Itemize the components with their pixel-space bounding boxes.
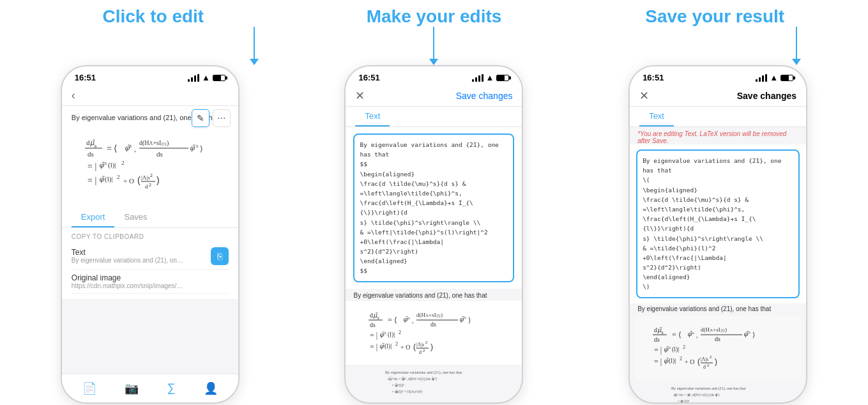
svg-text:d(HΛ+sI{l}): d(HΛ+sI{l}) [701, 326, 727, 333]
svg-text:2: 2 [423, 349, 425, 353]
phone3-column: 16:51 ▲ ✕ Save changes [628, 30, 807, 404]
svg-text:s: s [105, 160, 107, 166]
phone2-time: 16:51 [358, 73, 379, 82]
close-button2[interactable]: ✕ [355, 89, 365, 103]
tab-saves[interactable]: Saves [114, 208, 156, 227]
svg-text:): ) [430, 342, 433, 351]
svg-text:|Λ|s: |Λ|s [416, 342, 424, 348]
image-export-row[interactable]: Original image https://cdn.mathpix.com/s… [72, 270, 229, 294]
phone1-scroll[interactable]: By eigenvalue variations and (21), one h… [62, 106, 238, 386]
text-editor-box2[interactable]: By eigenvalue variations and {21}, one h… [353, 134, 514, 282]
svg-text:By eigenvalue variations and (: By eigenvalue variations and (21), one h… [385, 369, 462, 374]
close-button3[interactable]: ✕ [639, 89, 649, 103]
svg-text:s: s [669, 345, 671, 350]
svg-text:ds: ds [715, 335, 720, 342]
svg-text:(: ( [697, 357, 700, 366]
phone3-editor-area: By eigenvalue variations and {21}, one h… [630, 144, 806, 303]
svg-text:2: 2 [149, 183, 151, 187]
phones-container: 16:51 ▲ ‹ [13, 30, 855, 404]
save-button3[interactable]: Save changes [737, 91, 796, 101]
svg-text:= ⟨: = ⟨ [672, 330, 681, 339]
formula-block1: dμ̃s ds = ⟨ φ̃ s , d(HΛ+sI{l}) ds φ̃ s [72, 127, 229, 201]
back-button[interactable]: ‹ [72, 89, 75, 102]
formula-nav-icon[interactable]: ∑ [161, 379, 182, 397]
svg-text:): ) [156, 175, 160, 185]
wifi-icon: ▲ [202, 73, 210, 82]
formula-block3: dμ̃s ds = ⟨ φ̃ s , d(HΛ+sI{l}) ds φ̃ s ⟩… [635, 316, 801, 379]
svg-text:dμ̃s: dμ̃s [86, 139, 97, 149]
battery-icon2 [496, 75, 509, 81]
svg-text:= |: = | [654, 357, 662, 366]
svg-text:= |: = | [88, 162, 96, 171]
person-nav-icon[interactable]: 👤 [197, 379, 224, 397]
small-formula-svg3: By eigenvalue variations and (21), one h… [669, 384, 768, 404]
svg-text:(l)|: (l)| [388, 331, 395, 339]
svg-text:By eigenvalue variations and (: By eigenvalue variations and (21), one h… [671, 386, 746, 391]
svg-text:d: d [145, 183, 148, 190]
svg-text:⟩: ⟩ [752, 331, 755, 339]
warning-text3: *You are editing Text. LaTeX version wil… [630, 127, 806, 144]
math-formula-svg2: dμ̃s ds = ⟨ φ̃ s , d(HΛ+sI{l}) ds φ̃ s ⟩… [363, 306, 504, 357]
math-formula-svg3: dμ̃s ds = ⟨ φ̃ s , d(HΛ+sI{l}) ds φ̃ s ⟩… [648, 321, 788, 372]
arrow-line-1 [254, 27, 255, 59]
svg-text:+ O: + O [123, 177, 134, 185]
svg-text:ds: ds [370, 321, 376, 328]
svg-text:ds: ds [654, 336, 660, 343]
svg-text:d(HΛ+sI{l}): d(HΛ+sI{l}) [139, 139, 169, 147]
svg-text:2: 2 [683, 344, 685, 350]
phone3: 16:51 ▲ ✕ Save changes [628, 65, 807, 404]
camera-nav-icon[interactable]: 📷 [118, 379, 145, 397]
tab-text2[interactable]: Text [355, 107, 390, 126]
text-export-row[interactable]: Text By eigenvalue variations and (21), … [72, 243, 229, 270]
svg-text:dμ̃ˢ/ds = ⟨φ̃ˢ, d(HΛ+sI{l})/ds: dμ̃ˢ/ds = ⟨φ̃ˢ, d(HΛ+sI{l})/ds φ̃ˢ⟩ [673, 393, 719, 397]
phone2-column: 16:51 ▲ ✕ Save changes [344, 30, 523, 404]
svg-text:ds: ds [430, 321, 436, 328]
preview-intro3: By eigenvalue variations and (21), one h… [630, 303, 806, 314]
doc-nav-icon[interactable]: 📄 [76, 379, 103, 397]
phone2-editor-area: By eigenvalue variations and {21}, one h… [346, 127, 522, 289]
editor-content2: By eigenvalue variations and {21}, one h… [360, 140, 508, 276]
svg-text:s: s [464, 315, 466, 320]
phone2-status-bar: 16:51 ▲ [346, 66, 522, 86]
svg-text:2: 2 [399, 330, 401, 335]
phone1-bottom-nav: 📄 📷 ∑ 👤 [62, 374, 238, 402]
image-row-sub: https://cdn.mathpix.com/snip/images/Sanv… [72, 282, 187, 289]
svg-text:|Λ|s: |Λ|s [701, 356, 708, 362]
arrow-head-1 [250, 59, 259, 65]
svg-text:2: 2 [121, 160, 125, 166]
more-icon-button[interactable]: ··· [213, 109, 231, 127]
tab-export[interactable]: Export [72, 208, 115, 227]
phone3-status-icons: ▲ [756, 73, 793, 82]
svg-text:= ⟨: = ⟨ [388, 316, 397, 325]
arrow-head-2 [429, 59, 438, 65]
svg-text:(: ( [137, 175, 141, 185]
copy-text-button[interactable]: ⎘ [211, 247, 229, 265]
phone2-status-icons: ▲ [472, 73, 510, 82]
svg-text:d: d [703, 364, 706, 370]
arrow3 [792, 27, 801, 65]
phone1-math-area: By eigenvalue variations and (21), one h… [62, 106, 238, 208]
tab-text3[interactable]: Text [639, 107, 674, 126]
edit-icon-button[interactable]: ✎ [192, 109, 209, 127]
svg-text:2: 2 [395, 341, 398, 347]
svg-text:(l)|: (l)| [385, 342, 392, 350]
phone1: 16:51 ▲ ‹ [61, 65, 240, 404]
signal-icon [188, 74, 199, 82]
small-math2: By eigenvalue variations and (21), one h… [346, 365, 522, 399]
svg-text:2: 2 [425, 340, 428, 344]
svg-text:2: 2 [117, 174, 120, 180]
phone1-nav: ‹ [62, 86, 238, 106]
svg-text:(l)|: (l)| [669, 357, 676, 365]
svg-text:(l)|: (l)| [105, 175, 113, 183]
svg-text:d(HΛ+sI{l}): d(HΛ+sI{l}) [416, 312, 443, 318]
svg-text:+ O: + O [685, 358, 694, 365]
math-formula-svg1: dμ̃s ds = ⟨ φ̃ s , d(HΛ+sI{l}) ds φ̃ s [80, 132, 220, 193]
save-button2[interactable]: Save changes [456, 91, 513, 101]
svg-text:= |: = | [654, 346, 662, 355]
phone2-nav: ✕ Save changes [346, 86, 522, 107]
arrow2 [429, 27, 438, 65]
svg-text:= |φ̃ˢ(l)|²: = |φ̃ˢ(l)|² [678, 399, 690, 404]
phone1-status-icons: ▲ [188, 73, 225, 82]
svg-text:= |φ̃(l)|² + O(|Λ|s²/d²): = |φ̃(l)|² + O(|Λ|s²/d²) [392, 390, 423, 394]
text-editor-box3[interactable]: By eigenvalue variations and {21}, one h… [636, 149, 800, 298]
